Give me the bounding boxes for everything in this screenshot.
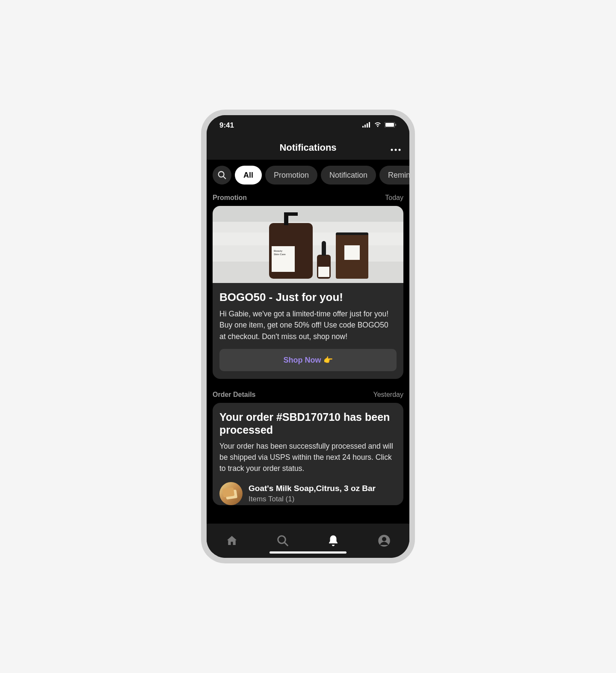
promotion-card[interactable]: Beauty Skin Care BOGO50 - Just for you! … — [213, 206, 403, 379]
svg-point-9 — [399, 149, 401, 151]
filter-chip-reminder[interactable]: Reminder — [379, 166, 409, 185]
order-card[interactable]: Your order #SBD170710 has been processed… — [213, 403, 403, 505]
order-title: Your order #SBD170710 has been processed — [219, 411, 397, 436]
section-label: Order Details — [213, 391, 255, 399]
svg-rect-2 — [367, 123, 368, 128]
product-items-total: Items Total (1) — [249, 495, 376, 503]
svg-rect-0 — [362, 126, 364, 128]
section-label: Promotion — [213, 194, 247, 202]
notifications-list[interactable]: Promotion Today Beauty Skin Care — [207, 191, 409, 524]
svg-point-7 — [391, 149, 393, 151]
promotion-body: Hi Gabie, we've got a limited-time offer… — [219, 308, 397, 342]
order-product-row: Goat's Milk Soap,Citrus, 3 oz Bar Items … — [219, 482, 397, 505]
pointing-hand-icon: 👉 — [323, 356, 333, 364]
section-date: Today — [385, 194, 403, 202]
status-time: 9:41 — [219, 121, 234, 130]
status-indicators — [362, 121, 397, 130]
order-body: Your order has been successfully process… — [219, 441, 397, 474]
screen: 9:41 Notifications — [207, 115, 409, 558]
product-name: Goat's Milk Soap,Citrus, 3 oz Bar — [249, 484, 376, 493]
home-indicator[interactable] — [270, 551, 346, 554]
filter-chip-notification[interactable]: Notification — [321, 166, 376, 185]
section-header-order: Order Details Yesterday — [207, 387, 409, 403]
product-thumbnail — [219, 482, 243, 505]
wifi-icon — [373, 121, 382, 130]
nav-account[interactable] — [377, 534, 391, 548]
nav-notifications[interactable] — [326, 534, 340, 548]
svg-rect-6 — [395, 124, 396, 126]
search-button[interactable] — [213, 166, 231, 185]
app-header: Notifications — [207, 136, 409, 160]
svg-rect-1 — [364, 125, 366, 128]
page-title: Notifications — [279, 142, 336, 153]
filter-chip-promotion[interactable]: Promotion — [265, 166, 317, 185]
svg-line-13 — [284, 542, 287, 545]
shop-now-label: Shop Now — [283, 356, 321, 364]
filter-bar: All Promotion Notification Reminder — [207, 160, 409, 191]
svg-rect-5 — [385, 123, 394, 127]
promotion-title: BOGO50 - Just for you! — [219, 291, 397, 304]
svg-point-8 — [395, 149, 397, 151]
signal-icon — [362, 121, 371, 130]
status-bar: 9:41 — [207, 115, 409, 136]
phone-frame: 9:41 Notifications — [201, 110, 415, 563]
battery-icon — [385, 121, 397, 130]
svg-point-15 — [382, 537, 386, 541]
section-date: Yesterday — [373, 391, 403, 399]
bottom-nav — [207, 524, 409, 558]
more-menu-button[interactable] — [391, 142, 401, 154]
promotion-image: Beauty Skin Care — [213, 206, 403, 283]
svg-line-11 — [223, 176, 225, 179]
nav-home[interactable] — [225, 534, 239, 548]
section-header-promotion: Promotion Today — [207, 191, 409, 206]
filter-chip-all[interactable]: All — [235, 166, 262, 185]
nav-search[interactable] — [276, 534, 290, 548]
svg-rect-3 — [369, 122, 370, 128]
shop-now-button[interactable]: Shop Now 👉 — [219, 349, 397, 371]
